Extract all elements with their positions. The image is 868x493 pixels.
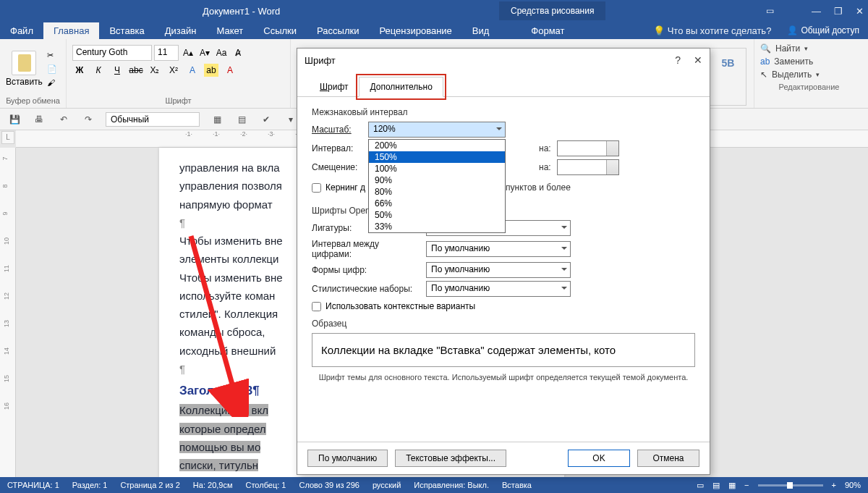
vertical-ruler[interactable]: 7 8 9 10 11 12 13 14 15 16 — [0, 148, 16, 477]
strikethrough-icon[interactable]: abc — [129, 64, 143, 77]
change-case-icon[interactable]: Aa — [214, 46, 229, 59]
spacing-by-spinner[interactable] — [557, 140, 619, 156]
replace-button[interactable]: abЗаменить — [760, 55, 858, 68]
status-position[interactable]: На: 20,9см — [193, 481, 233, 489]
underline-icon[interactable]: Ч — [110, 64, 124, 77]
tab-format[interactable]: Формат — [521, 22, 574, 39]
redo-icon[interactable]: ↷ — [81, 113, 95, 126]
table-icon[interactable]: ▦ — [210, 113, 224, 126]
scale-option[interactable]: 50% — [369, 209, 505, 221]
number-forms-combo[interactable]: По умолчанию — [426, 262, 571, 278]
styles-gallery-peek[interactable]: 5В — [710, 48, 746, 106]
save-icon[interactable]: 💾 — [7, 113, 22, 126]
text-effects-button[interactable]: Текстовые эффекты... — [395, 450, 506, 467]
dialog-tab-advanced[interactable]: Дополнительно — [359, 77, 443, 97]
cancel-button[interactable]: Отмена — [637, 450, 699, 467]
highlight-icon[interactable]: ab — [204, 64, 218, 77]
status-trackchanges[interactable]: Исправления: Выкл. — [414, 481, 489, 489]
copy-icon[interactable]: 📄 — [47, 64, 57, 74]
contextual-alternates-checkbox[interactable] — [312, 302, 321, 311]
vruler-mark: 13 — [3, 320, 10, 327]
font-color-icon[interactable]: A — [223, 64, 237, 77]
scale-option[interactable]: 100% — [369, 163, 505, 174]
shrink-font-icon[interactable]: A▾ — [197, 46, 212, 59]
select-button[interactable]: ↖Выделить▾ — [760, 68, 858, 81]
dialog-tabs: Шрифт Дополнительно — [297, 76, 710, 97]
spellcheck-icon[interactable]: ✔ — [259, 113, 273, 126]
tab-home[interactable]: Главная — [43, 22, 99, 39]
tab-insert[interactable]: Вставка — [99, 22, 154, 39]
dialog-tab-font[interactable]: Шрифт — [309, 77, 359, 97]
kerning-checkbox[interactable] — [312, 183, 321, 193]
tab-references[interactable]: Ссылки — [253, 22, 307, 39]
insert-icon[interactable]: ▤ — [234, 113, 249, 126]
undo-icon[interactable]: ↶ — [56, 113, 71, 126]
font-size-combo[interactable]: 11 — [154, 45, 179, 61]
view-print-icon[interactable]: ▤ — [712, 481, 720, 490]
grow-font-icon[interactable]: A▴ — [181, 46, 195, 59]
close-button[interactable]: ✕ — [856, 6, 864, 17]
scale-option[interactable]: 66% — [369, 198, 505, 209]
minimize-button[interactable]: — — [812, 6, 821, 17]
dialog-close-button[interactable]: ✕ — [694, 54, 702, 66]
scale-option-selected[interactable]: 150% — [369, 151, 505, 163]
doc-selection: Коллекции на вкл — [179, 404, 268, 416]
cut-icon[interactable]: ✂ — [47, 51, 57, 60]
zoom-level[interactable]: 90% — [845, 481, 861, 489]
scale-option[interactable]: 80% — [369, 186, 505, 198]
view-web-icon[interactable]: ▦ — [728, 481, 736, 490]
scale-option[interactable]: 90% — [369, 174, 505, 186]
scale-combo[interactable]: 120% — [368, 122, 506, 138]
status-pagecount[interactable]: Страница 2 из 2 — [120, 481, 179, 489]
number-spacing-combo[interactable]: По умолчанию — [426, 241, 571, 257]
na-label: на: — [539, 143, 551, 153]
maximize-button[interactable]: ❐ — [834, 6, 843, 17]
help-button[interactable]: ? — [675, 54, 681, 66]
tell-me-search[interactable]: 💡 Что вы хотите сделать? — [646, 25, 779, 36]
bold-icon[interactable]: Ж — [72, 64, 87, 77]
tab-view[interactable]: Вид — [462, 22, 500, 39]
format-painter-icon[interactable]: 🖌 — [47, 78, 57, 87]
tab-mailings[interactable]: Рассылки — [307, 22, 369, 39]
scale-option[interactable]: 33% — [369, 221, 505, 232]
status-page[interactable]: СТРАНИЦА: 1 — [7, 481, 59, 489]
contextual-tab-label: Средства рисования — [499, 1, 605, 20]
paste-button[interactable]: Вставить — [6, 51, 43, 87]
vruler-mark: 9 — [1, 211, 9, 215]
text-effects-icon[interactable]: A — [185, 64, 200, 77]
status-column[interactable]: Столбец: 1 — [246, 481, 286, 489]
font-name-combo[interactable]: Century Goth — [72, 45, 152, 61]
tab-layout[interactable]: Макет — [206, 22, 253, 39]
ok-button[interactable]: OK — [568, 450, 630, 467]
tab-file[interactable]: Файл — [0, 22, 43, 39]
tab-design[interactable]: Дизайн — [155, 22, 207, 39]
set-default-button[interactable]: По умолчанию — [307, 450, 388, 467]
style-combo[interactable]: Обычный — [106, 112, 200, 127]
subscript-icon[interactable]: X₂ — [148, 64, 162, 77]
status-words[interactable]: Слово 39 из 296 — [299, 481, 359, 489]
position-by-spinner[interactable] — [557, 159, 619, 175]
share-button[interactable]: 👤 Общий доступ — [778, 22, 868, 38]
kerning-label: Кернинг д — [326, 182, 365, 193]
status-insertmode[interactable]: Вставка — [502, 481, 532, 489]
zoom-slider[interactable] — [758, 484, 823, 486]
scale-dropdown-list[interactable]: 200% 150% 100% 90% 80% 66% 50% 33% — [368, 139, 506, 233]
status-language[interactable]: русский — [373, 481, 401, 489]
print-icon[interactable]: 🖶 — [32, 113, 46, 126]
superscript-icon[interactable]: X² — [166, 64, 181, 77]
clear-formatting-icon[interactable]: A̷ — [231, 46, 245, 59]
preview-box: Коллекции на вкладке "Вставка" содержат … — [312, 333, 695, 367]
italic-icon[interactable]: К — [91, 64, 106, 77]
scale-option[interactable]: 200% — [369, 140, 505, 151]
zoom-out-icon[interactable]: − — [744, 481, 749, 489]
ribbon-display-options-icon[interactable]: ▭ — [766, 6, 774, 16]
status-section[interactable]: Раздел: 1 — [72, 481, 108, 489]
tab-review[interactable]: Рецензирование — [369, 22, 461, 39]
more-icon[interactable]: ▾ — [284, 113, 298, 126]
tab-selector[interactable]: L — [1, 131, 14, 144]
find-button[interactable]: 🔍Найти▾ — [760, 42, 858, 55]
section-char-spacing: Межзнаковый интервал — [312, 107, 695, 117]
view-readmode-icon[interactable]: ▭ — [697, 481, 704, 490]
stylistic-sets-combo[interactable]: По умолчанию — [426, 281, 571, 297]
zoom-in-icon[interactable]: + — [832, 481, 836, 489]
